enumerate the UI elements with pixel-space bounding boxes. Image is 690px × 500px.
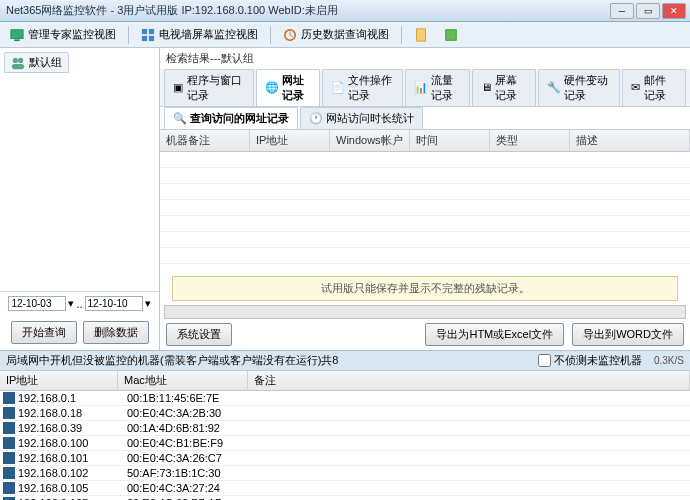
svg-point-10 [18, 57, 23, 62]
computer-icon [3, 482, 15, 494]
cell-ip: 192.168.0.1 [18, 392, 121, 404]
date-from-input[interactable] [8, 296, 66, 311]
trial-warning: 试用版只能保存并显示不完整的残缺记录。 [172, 276, 678, 301]
date-range: ▾ .. ▾ [0, 291, 159, 315]
svg-rect-11 [12, 63, 24, 68]
content-pane: 检索结果---默认组 ▣程序与窗口记录 🌐网址记录 📄文件操作记录 📊流量记录 … [160, 48, 690, 350]
tab-mail[interactable]: ✉邮件记录 [622, 69, 686, 106]
date-to-input[interactable] [85, 296, 143, 311]
toolbar-history-view[interactable]: 历史数据查询视图 [279, 25, 393, 44]
col-remark[interactable]: 机器备注 [160, 130, 250, 151]
sidebar: 默认组 ▾ .. ▾ 开始查询 删除数据 [0, 48, 160, 350]
svg-rect-0 [11, 29, 23, 38]
tab-program-window[interactable]: ▣程序与窗口记录 [164, 69, 254, 106]
svg-rect-2 [142, 28, 147, 33]
computer-icon [3, 467, 15, 479]
machine-row[interactable]: 192.168.0.100:1B:11:45:6E:7E [0, 391, 690, 406]
close-button[interactable]: ✕ [662, 3, 686, 19]
book-icon [444, 28, 458, 42]
svg-rect-7 [417, 28, 426, 40]
lcol-ip[interactable]: IP地址 [0, 371, 118, 390]
machine-row[interactable]: 192.168.0.10250:AF:73:1B:1C:30 [0, 466, 690, 481]
grid-icon [141, 28, 155, 42]
record-tabs: ▣程序与窗口记录 🌐网址记录 📄文件操作记录 📊流量记录 🖥屏幕记录 🔧硬件变动… [160, 69, 690, 107]
users-icon [11, 56, 25, 70]
mail-icon: ✉ [631, 81, 642, 95]
window-title: Net365网络监控软件 - 3用户试用版 IP:192.168.0.100 W… [4, 3, 610, 18]
export-word-button[interactable]: 导出到WORD文件 [572, 323, 684, 346]
query-button[interactable]: 开始查询 [11, 321, 77, 344]
cell-mac: 00:1B:11:45:6E:7E [121, 392, 251, 404]
svg-rect-3 [149, 28, 154, 33]
unmonitored-panel: 局域网中开机但没被监控的机器(需装客户端或客户端没有在运行)共8 不侦测未监控机… [0, 350, 690, 500]
search-icon: 🔍 [173, 112, 187, 126]
subtab-url-records[interactable]: 🔍查询访问的网址记录 [164, 107, 298, 129]
machine-row[interactable]: 192.168.0.10100:E0:4C:3A:26:C7 [0, 451, 690, 466]
cell-ip: 192.168.0.105 [18, 482, 121, 494]
horizontal-scrollbar[interactable] [164, 305, 686, 319]
unmonitored-title: 局域网中开机但没被监控的机器(需装客户端或客户端没有在运行)共8 [6, 353, 538, 368]
lcol-mac[interactable]: Mac地址 [118, 371, 248, 390]
toolbar-extra-1[interactable] [410, 26, 432, 44]
svg-rect-5 [149, 35, 154, 40]
speed-indicator: 0.3K/S [654, 355, 684, 366]
result-breadcrumb: 检索结果---默认组 [160, 48, 690, 69]
unmonitored-header: 局域网中开机但没被监控的机器(需装客户端或客户端没有在运行)共8 不侦测未监控机… [0, 351, 690, 370]
col-time[interactable]: 时间 [410, 130, 490, 151]
machine-row[interactable]: 192.168.0.1800:E0:4C:3A:2B:30 [0, 406, 690, 421]
export-excel-button[interactable]: 导出为HTM或Excel文件 [425, 323, 564, 346]
history-icon [283, 28, 297, 42]
toolbar-tvwall-view[interactable]: 电视墙屏幕监控视图 [137, 25, 262, 44]
sidebar-tab-default-group[interactable]: 默认组 [4, 52, 69, 73]
dropdown-icon[interactable]: ▾ [145, 297, 151, 310]
delete-data-button[interactable]: 删除数据 [83, 321, 149, 344]
sidebar-tree[interactable] [0, 77, 159, 291]
tab-hardware[interactable]: 🔧硬件变动记录 [538, 69, 619, 106]
machine-row[interactable]: 192.168.0.10000:E0:4C:B1:BE:F9 [0, 436, 690, 451]
computer-icon [3, 437, 15, 449]
tab-file-ops[interactable]: 📄文件操作记录 [322, 69, 403, 106]
window-icon: ▣ [173, 81, 184, 95]
tab-url[interactable]: 🌐网址记录 [256, 69, 320, 106]
cell-mac: 00:E0:4C:3A:27:24 [121, 482, 251, 494]
screen-icon: 🖥 [481, 81, 492, 95]
machine-row[interactable]: 192.168.0.10500:E0:4C:00:B7:AB [0, 496, 690, 500]
cell-ip: 192.168.0.100 [18, 437, 121, 449]
monitor-icon [10, 28, 24, 42]
grid-body[interactable] [160, 152, 690, 272]
chart-icon: 📊 [414, 81, 428, 95]
computer-icon [3, 407, 15, 419]
globe-icon: 🌐 [265, 81, 279, 95]
cell-ip: 192.168.0.39 [18, 422, 121, 434]
tab-screen[interactable]: 🖥屏幕记录 [472, 69, 536, 106]
svg-rect-4 [142, 35, 147, 40]
subtab-url-duration[interactable]: 🕐网站访问时长统计 [300, 107, 423, 129]
col-type[interactable]: 类型 [490, 130, 570, 151]
col-winuser[interactable]: Windows帐户 [330, 130, 410, 151]
maximize-button[interactable]: ▭ [636, 3, 660, 19]
no-detect-checkbox[interactable]: 不侦测未监控机器 [538, 353, 642, 368]
unmonitored-rows[interactable]: 192.168.0.100:1B:11:45:6E:7E192.168.0.18… [0, 391, 690, 500]
lcol-remark[interactable]: 备注 [248, 371, 690, 390]
chip-icon: 🔧 [547, 81, 561, 95]
machine-row[interactable]: 192.168.0.3900:1A:4D:6B:81:92 [0, 421, 690, 436]
computer-icon [3, 422, 15, 434]
tab-traffic[interactable]: 📊流量记录 [405, 69, 469, 106]
cell-ip: 192.168.0.102 [18, 467, 121, 479]
svg-rect-8 [446, 29, 457, 40]
col-ip[interactable]: IP地址 [250, 130, 330, 151]
toolbar-extra-2[interactable] [440, 26, 462, 44]
clock-icon: 🕐 [309, 112, 323, 126]
minimize-button[interactable]: ─ [610, 3, 634, 19]
machine-row[interactable]: 192.168.0.10500:E0:4C:3A:27:24 [0, 481, 690, 496]
col-desc[interactable]: 描述 [570, 130, 690, 151]
cell-ip: 192.168.0.101 [18, 452, 121, 464]
toolbar-manager-view[interactable]: 管理专家监控视图 [6, 25, 120, 44]
dropdown-icon[interactable]: ▾ [68, 297, 74, 310]
content-buttons: 系统设置 导出为HTM或Excel文件 导出到WORD文件 [160, 319, 690, 350]
settings-button[interactable]: 系统设置 [166, 323, 232, 346]
main-area: 默认组 ▾ .. ▾ 开始查询 删除数据 检索结果---默认组 ▣程序与窗口记录… [0, 48, 690, 350]
svg-rect-1 [14, 39, 19, 41]
cell-mac: 00:E0:4C:3A:26:C7 [121, 452, 251, 464]
cell-mac: 00:1A:4D:6B:81:92 [121, 422, 251, 434]
